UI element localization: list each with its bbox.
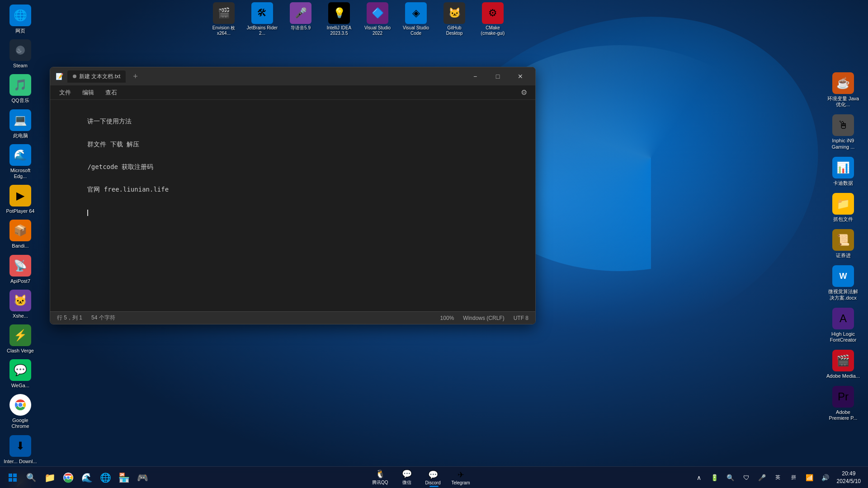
taskbar-file-explorer[interactable]: 📁 bbox=[42, 469, 58, 486]
rider-label: JetBrains Rider 2... bbox=[246, 25, 278, 36]
svg-point-12 bbox=[67, 476, 70, 479]
adobe-premiere-label: Adobe Premiere P... bbox=[826, 409, 860, 421]
lang-en-icon[interactable]: 英 bbox=[771, 470, 785, 485]
taskbar-qq[interactable]: 🐧 腾讯QQ bbox=[368, 468, 392, 487]
desktop-icon-capture-folder[interactable]: 📁 抓包文件 bbox=[825, 191, 861, 225]
steam-label: Steam bbox=[13, 63, 28, 69]
desktop-icon-apipost[interactable]: 📡 ApiPost7 bbox=[2, 253, 38, 286]
wechat-tray-icon: 💬 bbox=[402, 469, 412, 479]
github-icon: 🐱 bbox=[443, 2, 465, 24]
desktop-icon-gaming-mouse[interactable]: 🖱 Inphic iN9 Gaming ... bbox=[825, 112, 861, 152]
desktop-icon-qqmusic[interactable]: 🎵 QQ音乐 bbox=[2, 72, 38, 106]
desktop-icon-clash[interactable]: ⚡ Clash Verge bbox=[2, 322, 38, 356]
desktop-icon-word-doc[interactable]: W 微视觉算法解决方案.docx bbox=[825, 263, 861, 303]
settings-icon[interactable]: ⚙ bbox=[517, 86, 531, 99]
apipost-label: ApiPost7 bbox=[10, 278, 30, 284]
menu-file[interactable]: 文件 bbox=[55, 87, 75, 99]
adobe-premiere-icon: Pr bbox=[832, 386, 854, 408]
eol-type: Windows (CRLF) bbox=[463, 315, 504, 321]
vscode-icon: ◈ bbox=[405, 2, 427, 24]
desktop-icon-vscode[interactable]: ◈ Visual Studio Code bbox=[400, 2, 432, 36]
taskbar-green-app[interactable]: 🎮 bbox=[134, 469, 151, 486]
apipost-icon: 📡 bbox=[9, 255, 31, 277]
taskbar: 🔍 📁 🌊 🌐 🏪 🎮 🐧 bbox=[0, 466, 868, 488]
up-arrow-icon[interactable]: ∧ bbox=[692, 470, 706, 485]
taskbar-chrome[interactable] bbox=[60, 469, 76, 486]
discord-label: Discord bbox=[425, 480, 441, 485]
search-small-icon[interactable]: 🔍 bbox=[723, 470, 738, 485]
clock-date: 2024/5/10 bbox=[837, 478, 861, 485]
svg-rect-7 bbox=[13, 474, 17, 477]
lang-cn-icon[interactable]: 拼 bbox=[787, 470, 801, 485]
menu-view[interactable]: 查石 bbox=[101, 87, 122, 99]
text-cursor bbox=[87, 210, 88, 216]
desktop-icon-rider[interactable]: 🛠 JetBrains Rider 2... bbox=[246, 2, 278, 36]
font-creator-label: High Logic FontCreator bbox=[826, 331, 860, 343]
taskbar-edge[interactable]: 🌊 bbox=[79, 469, 95, 486]
desktop-icon-potplayer[interactable]: ▶ PotPlayer 64 bbox=[2, 183, 38, 216]
security-icon[interactable]: 🛡 bbox=[739, 470, 754, 485]
vscode-label: Visual Studio Code bbox=[400, 25, 432, 36]
desktop-icon-adobe-media[interactable]: 🎬 Adobe Media... bbox=[825, 347, 861, 381]
notepad-tab[interactable]: 新建 文本文档.txt bbox=[67, 70, 126, 83]
system-clock[interactable]: 20:49 2024/5/10 bbox=[834, 469, 863, 486]
bandic-label: Bandi... bbox=[12, 243, 28, 249]
bandic-icon: 📦 bbox=[9, 220, 31, 241]
desktop-icon-bandic[interactable]: 📦 Bandi... bbox=[2, 217, 38, 251]
desktop-icon-java-env[interactable]: ☕ 环境变量 Java优化... bbox=[825, 70, 861, 110]
word-doc-icon: W bbox=[832, 265, 854, 287]
taskbar-right-area: ∧ 🔋 🔍 🛡 🎤 英 拼 📶 🔊 20:49 2024/5/10 bbox=[692, 469, 863, 486]
desktop-icon-adobe-premiere[interactable]: Pr Adobe Premiere P... bbox=[825, 384, 861, 423]
maximize-button[interactable]: □ bbox=[487, 69, 508, 84]
taskbar-telegram[interactable]: ✈ Telegram bbox=[448, 469, 474, 486]
envision-label: Envision 枚 x264... bbox=[208, 25, 240, 36]
potplayer-label: PotPlayer 64 bbox=[6, 208, 35, 214]
desktop-icons-right: ☕ 环境变量 Java优化... 🖱 Inphic iN9 Gaming ...… bbox=[823, 68, 868, 426]
computer-icon: 💻 bbox=[9, 109, 31, 131]
desktop-icon-wechat[interactable]: 💬 WeGa... bbox=[2, 357, 38, 391]
desktop-icon-github[interactable]: 🐱 GitHub Desktop bbox=[439, 2, 470, 36]
taskbar-search-button[interactable]: 🔍 bbox=[23, 469, 39, 486]
mic-icon[interactable]: 🎤 bbox=[755, 470, 769, 485]
adobe-media-icon: 🎬 bbox=[832, 350, 854, 371]
desktop-icon-edge[interactable]: 🌊 Microsoft Edg... bbox=[2, 142, 38, 182]
desktop-icon-vs2022[interactable]: 🔷 Visual Studio 2022 bbox=[362, 2, 393, 36]
desktop-icon-steam[interactable]: ♨ Steam bbox=[2, 37, 38, 71]
battery-icon[interactable]: 🔋 bbox=[708, 470, 722, 485]
gaming-mouse-icon: 🖱 bbox=[832, 114, 854, 136]
edge-icon: 🌊 bbox=[9, 144, 31, 166]
computer-label: 此电脑 bbox=[13, 133, 28, 139]
notepad-content-area[interactable]: 讲一下使用方法 群文件 下载 解压 /getcode 获取注册码 官网 free… bbox=[50, 100, 535, 311]
vs2022-label: Visual Studio 2022 bbox=[362, 25, 393, 36]
desktop-icon-wangye[interactable]: 🌐 网页 bbox=[2, 2, 38, 36]
close-button[interactable]: ✕ bbox=[510, 69, 531, 84]
desktop-icon-font-creator[interactable]: A High Logic FontCreator bbox=[825, 305, 861, 345]
window-controls: − □ ✕ bbox=[465, 69, 531, 84]
menu-edit[interactable]: 编辑 bbox=[78, 87, 99, 99]
card-data-label: 卡迪数据 bbox=[833, 180, 853, 186]
taskbar-discord[interactable]: 💬 Discord bbox=[422, 469, 444, 486]
telegram-label: Telegram bbox=[452, 480, 470, 485]
desktop-icon-xshe[interactable]: 🐱 Xshe... bbox=[2, 287, 38, 321]
desktop-icon-certificate[interactable]: 📜 证券进 bbox=[825, 227, 861, 261]
taskbar-wechat-tray[interactable]: 💬 微信 bbox=[396, 468, 418, 487]
desktop-icon-idm[interactable]: ⬇ Inter... Downl... bbox=[2, 433, 38, 467]
start-button[interactable] bbox=[5, 469, 21, 486]
taskbar-network[interactable]: 🌐 bbox=[97, 469, 113, 486]
desktop-icon-card-data[interactable]: 📊 卡迪数据 bbox=[825, 155, 861, 188]
notepad-text: 讲一下使用方法 群文件 下载 解压 /getcode 获取注册码 官网 free… bbox=[57, 104, 528, 230]
clash-label: Clash Verge bbox=[7, 348, 34, 354]
desktop-icon-computer[interactable]: 💻 此电脑 bbox=[2, 107, 38, 141]
minimize-button[interactable]: − bbox=[465, 69, 486, 84]
qq-icon: 🐧 bbox=[375, 469, 385, 479]
desktop-icon-yuyin[interactable]: 🎤 导语音5.9 bbox=[285, 2, 316, 36]
desktop-icon-idea[interactable]: 💡 IntelliJ IDEA 2023.3.5 bbox=[323, 2, 355, 36]
desktop-icon-chrome[interactable]: Google Chrome bbox=[2, 392, 38, 432]
desktop-icon-cmake[interactable]: ⚙ CMake (cmake-gui) bbox=[477, 2, 509, 36]
wifi-icon[interactable]: 📶 bbox=[802, 470, 817, 485]
volume-icon[interactable]: 🔊 bbox=[818, 470, 833, 485]
taskbar-store[interactable]: 🏪 bbox=[116, 469, 132, 486]
desktop-icon-envision[interactable]: 🎬 Envision 枚 x264... bbox=[208, 2, 240, 36]
capture-folder-label: 抓包文件 bbox=[833, 216, 853, 222]
add-tab-button[interactable]: + bbox=[129, 72, 142, 81]
